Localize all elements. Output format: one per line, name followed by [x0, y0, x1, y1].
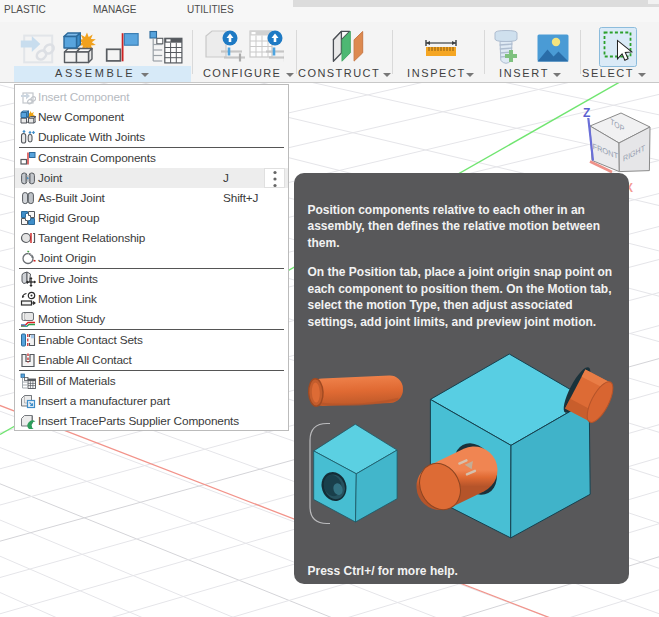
svg-text:Z: Z: [583, 106, 590, 120]
